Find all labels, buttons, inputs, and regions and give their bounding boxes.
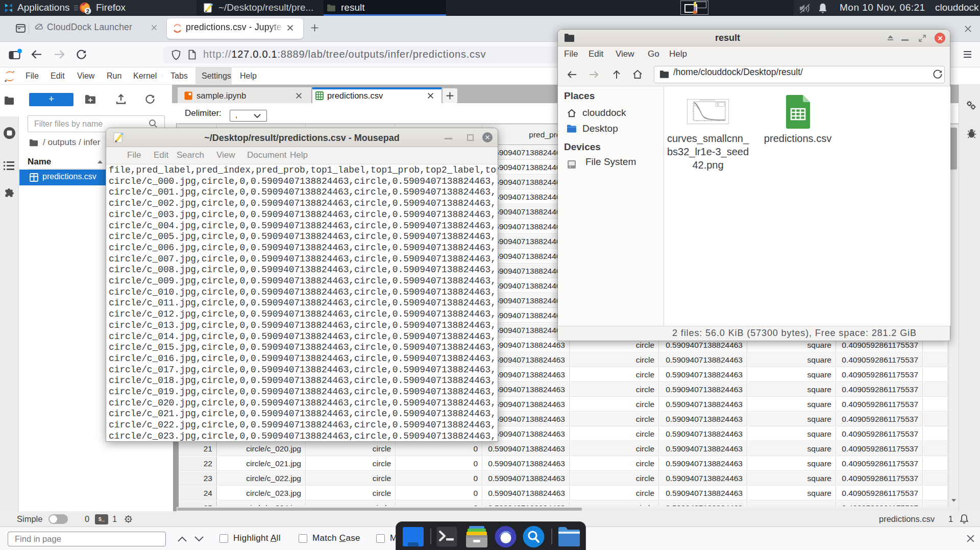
svg-text:2: 2 bbox=[86, 8, 89, 14]
